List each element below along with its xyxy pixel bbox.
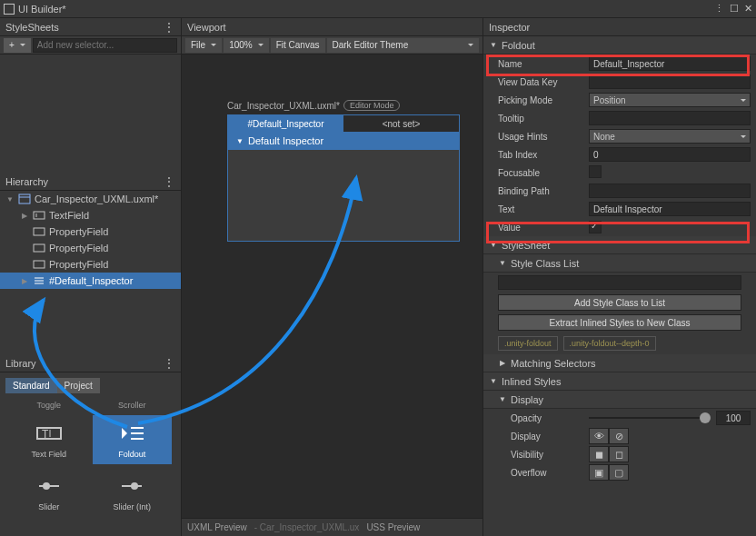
- window-titlebar: UI Builder* ⋮ ☐ ✕: [0, 0, 756, 18]
- hierarchy-item-propertyfield[interactable]: ▶ PropertyField: [0, 240, 181, 256]
- uxml-preview-label[interactable]: UXML Preview: [187, 522, 247, 532]
- svg-rect-4: [34, 228, 45, 235]
- prop-value-checkbox[interactable]: [589, 221, 602, 233]
- add-selector-plus-button[interactable]: +: [4, 38, 31, 53]
- slider-thumb[interactable]: [700, 412, 711, 423]
- svg-rect-0: [19, 194, 30, 203]
- hierarchy-menu-icon[interactable]: ⋮: [164, 175, 175, 188]
- inlined-styles-foldout[interactable]: ▼ Inlined Styles: [483, 372, 756, 391]
- prop-text-input[interactable]: [589, 202, 751, 216]
- prop-tooltip-input[interactable]: [589, 111, 751, 125]
- inspector-styleclass-foldout[interactable]: ▼ Style Class List: [483, 254, 756, 273]
- inspector-foldout-title: Foldout: [502, 40, 535, 51]
- stylesheets-menu-icon[interactable]: ⋮: [164, 21, 175, 34]
- window-title: UI Builder*: [18, 4, 66, 15]
- hierarchy-item-propertyfield[interactable]: ▶ PropertyField: [0, 256, 181, 273]
- theme-dropdown[interactable]: Dark Editor Theme: [327, 38, 480, 53]
- inspector-stylesheet-foldout[interactable]: ▼ StyleSheet: [483, 236, 756, 254]
- prop-usage-select[interactable]: None: [589, 129, 751, 144]
- hierarchy-item-label: PropertyField: [49, 226, 108, 237]
- add-style-class-button[interactable]: Add Style Class to List: [498, 294, 741, 311]
- svg-marker-13: [122, 428, 127, 439]
- prop-focusable-checkbox[interactable]: [589, 165, 602, 178]
- prop-name-input[interactable]: [589, 56, 751, 71]
- viewport-footer: UXML Preview - Car_Inspector_UXML.ux USS…: [182, 518, 482, 536]
- style-class-input[interactable]: [498, 275, 741, 290]
- library-item-slider[interactable]: Slider: [9, 468, 89, 517]
- prop-binding-input[interactable]: [589, 184, 751, 198]
- svg-rect-5: [34, 244, 45, 252]
- visibility-hidden-icon[interactable]: ◻: [609, 446, 629, 462]
- visibility-visible-icon[interactable]: ◼: [589, 446, 609, 462]
- opacity-slider[interactable]: [589, 417, 711, 419]
- add-selector-input[interactable]: [33, 38, 177, 53]
- prop-label: Tooltip: [489, 114, 589, 124]
- fold-icon[interactable]: ▶: [20, 277, 29, 285]
- prop-picking-mode: Picking Mode Position: [483, 91, 756, 109]
- uxml-icon: [18, 194, 31, 204]
- slider-int-icon: [117, 473, 146, 499]
- library-item-slider-int[interactable]: Slider (Int): [93, 468, 173, 517]
- hierarchy-item-propertyfield[interactable]: ▶ PropertyField: [0, 223, 181, 240]
- display-flex-icon[interactable]: 👁: [589, 428, 609, 444]
- library-head-scroller: Scroller: [93, 401, 173, 412]
- overflow-visible-icon[interactable]: ▣: [589, 464, 609, 481]
- prop-label: Value: [489, 223, 589, 233]
- display-foldout[interactable]: ▼ Display: [483, 391, 756, 409]
- prop-tabindex-input[interactable]: [589, 147, 751, 162]
- prop-label: Tab Index: [489, 150, 589, 160]
- prop-picking-select[interactable]: Position: [589, 93, 751, 107]
- library-item-textfield[interactable]: T Text Field: [9, 415, 89, 464]
- style-chips: .unity-foldout .unity-foldout--depth-0: [483, 333, 756, 354]
- zoom-dropdown[interactable]: 100%: [224, 38, 269, 53]
- foldout-label: Matching Selectors: [511, 358, 596, 369]
- canvas-tab-notset[interactable]: <not set>: [343, 115, 459, 132]
- hierarchy-item-textfield[interactable]: ▶ TextField: [0, 207, 181, 223]
- library-item-label: Foldout: [118, 450, 145, 459]
- opacity-value-input[interactable]: [716, 411, 751, 425]
- window-menu-icon[interactable]: ⋮: [714, 3, 724, 15]
- window-close-icon[interactable]: ✕: [744, 3, 752, 15]
- hierarchy-item-default-inspector[interactable]: ▶ #Default_Inspector: [0, 273, 181, 289]
- canvas-foldout[interactable]: ▼ Default Inspector: [228, 132, 459, 150]
- library-item-label: Slider (Int): [113, 502, 151, 511]
- fold-icon[interactable]: ▶: [20, 212, 29, 220]
- fit-canvas-button[interactable]: Fit Canvas: [271, 38, 325, 53]
- uxml-preview-file: - Car_Inspector_UXML.ux: [254, 522, 360, 532]
- fold-icon[interactable]: ▼: [5, 195, 15, 203]
- svg-point-18: [43, 482, 50, 490]
- prop-overflow: Overflow ▣ ▢: [483, 463, 756, 481]
- hierarchy-item-label: #Default_Inspector: [49, 275, 133, 286]
- display-none-icon[interactable]: ⊘: [609, 428, 629, 444]
- file-menu-button[interactable]: File: [185, 38, 222, 53]
- prop-usage-hints: Usage Hints None: [483, 127, 756, 145]
- hierarchy-file-row[interactable]: ▼ Car_Inspector_UXML.uxml*: [0, 191, 181, 207]
- library-item-foldout[interactable]: Foldout: [93, 415, 173, 464]
- prop-visibility: Visibility ◼ ◻: [483, 445, 756, 463]
- canvas-tab-default-inspector[interactable]: #Default_Inspector: [228, 115, 343, 132]
- style-chip[interactable]: .unity-foldout--depth-0: [563, 336, 656, 351]
- uss-preview-label[interactable]: USS Preview: [366, 522, 420, 532]
- prop-value: Value: [483, 218, 756, 236]
- prop-tab-index: Tab Index: [483, 145, 756, 164]
- extract-styles-button[interactable]: Extract Inlined Styles to New Class: [498, 314, 741, 331]
- window-maximize-icon[interactable]: ☐: [730, 3, 739, 15]
- matching-selectors-foldout[interactable]: ▶ Matching Selectors: [483, 354, 756, 372]
- stylesheets-toolbar: +: [0, 36, 181, 55]
- foldout-icon: [33, 275, 45, 286]
- inspector-foldout-header[interactable]: ▼ Foldout: [483, 36, 756, 55]
- style-chip[interactable]: .unity-foldout: [498, 336, 558, 351]
- library-item-label: Text Field: [31, 450, 66, 459]
- prop-viewdatakey-input[interactable]: [589, 74, 751, 89]
- overflow-hidden-icon[interactable]: ▢: [609, 464, 629, 481]
- library-tab-standard[interactable]: Standard: [5, 378, 57, 393]
- canvas[interactable]: #Default_Inspector <not set> ▼ Default I…: [227, 114, 460, 242]
- hierarchy-body: ▼ Car_Inspector_UXML.uxml* ▶ TextField ▶…: [0, 191, 181, 354]
- viewport-canvas-area[interactable]: Car_Inspector_UXML.uxml* Editor Mode #De…: [182, 55, 482, 518]
- stylesheets-body: [0, 55, 181, 173]
- prop-tooltip: Tooltip: [483, 109, 756, 127]
- prop-label: Overflow: [489, 468, 589, 478]
- library-tab-project[interactable]: Project: [57, 378, 100, 393]
- library-menu-icon[interactable]: ⋮: [164, 357, 175, 370]
- propertyfield-icon: [33, 259, 45, 270]
